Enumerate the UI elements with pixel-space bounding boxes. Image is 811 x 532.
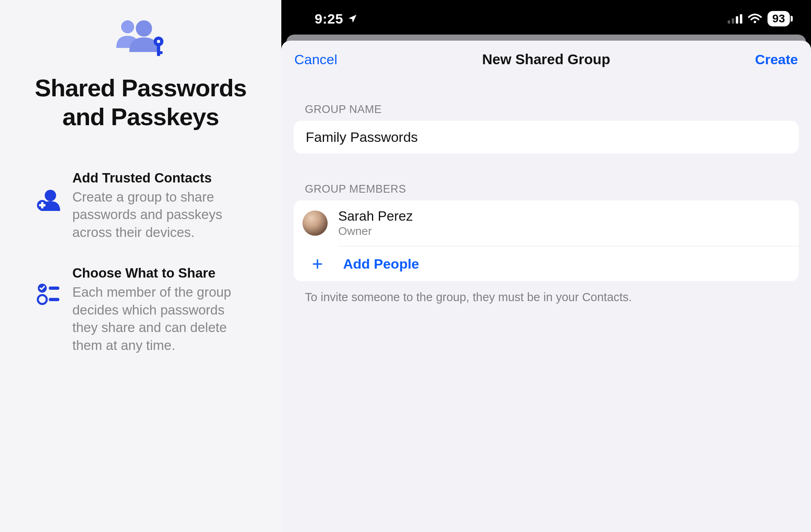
cancel-button[interactable]: Cancel: [294, 52, 337, 67]
feature-title: Add Trusted Contacts: [72, 170, 249, 186]
svg-rect-16: [736, 16, 738, 24]
battery-indicator: 93: [768, 11, 790, 26]
status-time: 9:25: [315, 11, 343, 27]
feature-choose-share: Choose What to Share Each member of the …: [37, 265, 249, 354]
add-people-button[interactable]: + Add People: [294, 246, 799, 281]
cellular-icon: [728, 14, 742, 24]
sheet-header: Cancel New Shared Group Create: [281, 41, 811, 76]
svg-point-1: [136, 20, 152, 37]
checklist-icon: [37, 265, 61, 305]
member-row[interactable]: Sarah Perez Owner: [294, 200, 799, 246]
modal-sheet: Cancel New Shared Group Create GROUP NAM…: [281, 41, 811, 532]
svg-rect-4: [157, 46, 160, 56]
member-role: Owner: [338, 225, 413, 238]
svg-rect-15: [732, 18, 734, 24]
wifi-icon: [748, 13, 762, 24]
group-name-cell-group: [294, 121, 799, 154]
svg-rect-13: [49, 298, 59, 301]
svg-rect-11: [49, 287, 59, 290]
svg-rect-14: [728, 20, 730, 24]
intro-pane: Shared Passwords and Passkeys Add Truste…: [0, 0, 281, 532]
add-people-label: Add People: [343, 256, 419, 272]
group-name-cell: [294, 121, 799, 154]
footer-note: To invite someone to the group, they mus…: [281, 281, 811, 305]
feature-desc: Each member of the group decides which p…: [72, 283, 249, 354]
people-key-icon: [112, 16, 169, 57]
group-name-input[interactable]: [305, 129, 787, 145]
group-members-label: GROUP MEMBERS: [281, 154, 811, 200]
person-add-icon: [37, 170, 61, 212]
feature-desc: Create a group to share passwords and pa…: [72, 188, 249, 241]
avatar: [302, 211, 328, 236]
svg-rect-5: [157, 51, 163, 54]
svg-point-6: [45, 190, 56, 201]
plus-icon: +: [305, 254, 330, 273]
svg-rect-17: [740, 14, 742, 24]
svg-point-3: [157, 40, 160, 43]
svg-point-0: [121, 20, 134, 33]
svg-point-12: [38, 295, 47, 304]
create-button[interactable]: Create: [755, 52, 798, 67]
svg-rect-9: [39, 204, 46, 206]
location-icon: [347, 13, 358, 24]
group-name-label: GROUP NAME: [281, 76, 811, 121]
hero-icon-wrap: [24, 16, 257, 59]
phone-pane: 9:25 93 Cancel New Shared Group: [281, 0, 811, 532]
member-name: Sarah Perez: [338, 208, 413, 224]
features-list: Add Trusted Contacts Create a group to s…: [24, 170, 257, 354]
members-cell-group: Sarah Perez Owner + Add People: [294, 200, 799, 281]
hero-title: Shared Passwords and Passkeys: [24, 74, 257, 132]
feature-trusted-contacts: Add Trusted Contacts Create a group to s…: [37, 170, 249, 241]
svg-point-18: [754, 21, 756, 23]
status-bar: 9:25 93: [281, 0, 811, 37]
sheet-title: New Shared Group: [482, 51, 610, 67]
feature-title: Choose What to Share: [72, 265, 249, 281]
